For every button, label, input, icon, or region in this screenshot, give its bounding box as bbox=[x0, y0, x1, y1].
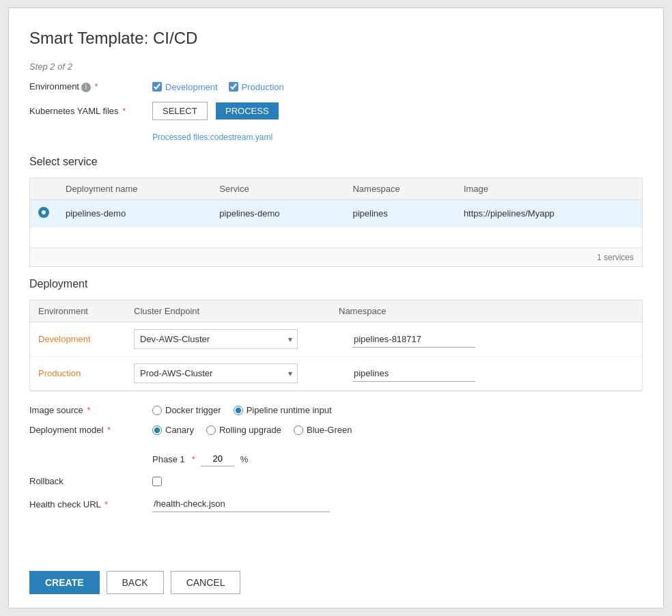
health-check-label: Health check URL * bbox=[29, 499, 152, 509]
kubernetes-row: Kubernetes YAML files * SELECT PROCESS bbox=[29, 102, 643, 120]
kubernetes-label: Kubernetes YAML files * bbox=[29, 106, 152, 116]
kubernetes-buttons: SELECT PROCESS bbox=[152, 102, 279, 120]
radio-canary[interactable]: Canary bbox=[152, 425, 194, 435]
col-header-deployment bbox=[30, 178, 57, 200]
phase-row: Phase 1 * % bbox=[152, 451, 643, 466]
checkbox-development-input[interactable] bbox=[152, 82, 162, 92]
deployment-model-radio-group: Canary Rolling upgrade Blue-Green bbox=[152, 425, 352, 435]
health-check-row: Health check URL * bbox=[29, 496, 643, 512]
cluster-select-prod[interactable]: Prod-AWS-Cluster bbox=[134, 363, 298, 383]
dep-env-production: Production bbox=[30, 356, 126, 391]
dep-row-production: Production Prod-AWS-Cluster bbox=[30, 356, 642, 391]
dep-row-development: Development Dev-AWS-Cluster bbox=[30, 322, 642, 356]
footer-buttons: CREATE BACK CANCEL bbox=[29, 557, 643, 594]
col-header-namespace: Namespace bbox=[344, 178, 455, 200]
col-header-image: Image bbox=[456, 178, 642, 200]
image-source-radio-group: Docker trigger Pipeline runtime input bbox=[152, 405, 332, 415]
rollback-checkbox[interactable] bbox=[152, 477, 162, 486]
table-row[interactable]: pipelines-demo pipelines-demo pipelines … bbox=[30, 200, 642, 227]
deployment-table: Environment Cluster Endpoint Namespace D… bbox=[30, 300, 642, 391]
service-table-footer: 1 services bbox=[30, 248, 642, 266]
radio-docker-trigger[interactable]: Docker trigger bbox=[152, 405, 221, 415]
deployment-table-wrapper: Environment Cluster Endpoint Namespace D… bbox=[29, 300, 643, 391]
cluster-select-wrapper-dev: Dev-AWS-Cluster bbox=[134, 329, 298, 349]
radio-rolling-upgrade-input[interactable] bbox=[206, 425, 216, 435]
image-source-label: Image source * bbox=[29, 405, 152, 415]
process-button[interactable]: PROCESS bbox=[216, 102, 279, 120]
environment-info-icon[interactable]: i bbox=[81, 83, 91, 92]
phase-input[interactable] bbox=[201, 451, 235, 466]
phase-label: Phase 1 bbox=[152, 454, 185, 464]
row-radio-selected bbox=[38, 207, 49, 218]
dep-col-namespace: Namespace bbox=[331, 300, 642, 322]
cell-service: pipelines-demo bbox=[211, 200, 344, 227]
cancel-button[interactable]: CANCEL bbox=[171, 571, 241, 594]
deployment-title: Deployment bbox=[29, 278, 643, 290]
select-button[interactable]: SELECT bbox=[152, 102, 208, 120]
namespace-input-dev[interactable] bbox=[352, 331, 475, 348]
dep-namespace-production bbox=[331, 356, 642, 391]
create-button[interactable]: CREATE bbox=[29, 571, 100, 594]
deployment-model-label: Deployment model * bbox=[29, 425, 152, 435]
radio-pipeline-runtime[interactable]: Pipeline runtime input bbox=[234, 405, 332, 415]
radio-blue-green-input[interactable] bbox=[294, 425, 303, 435]
service-table-wrapper: Deployment name Service Namespace Image … bbox=[29, 178, 643, 267]
radio-pipeline-runtime-input[interactable] bbox=[234, 406, 243, 415]
service-table-header: Deployment name Service Namespace Image bbox=[30, 178, 642, 200]
dep-cluster-production: Prod-AWS-Cluster bbox=[126, 356, 331, 391]
row-radio-cell bbox=[30, 200, 57, 227]
cell-deployment-name: pipelines-demo bbox=[57, 200, 211, 227]
cluster-select-dev[interactable]: Dev-AWS-Cluster bbox=[134, 329, 298, 349]
col-header-service: Service bbox=[211, 178, 344, 200]
processed-files-text: Processed files:codestream.yaml bbox=[152, 132, 643, 142]
service-table: Deployment name Service Namespace Image … bbox=[30, 178, 642, 248]
back-button[interactable]: BACK bbox=[107, 571, 164, 594]
dep-table-header: Environment Cluster Endpoint Namespace bbox=[30, 300, 642, 322]
radio-blue-green[interactable]: Blue-Green bbox=[294, 425, 352, 435]
radio-rolling-upgrade[interactable]: Rolling upgrade bbox=[206, 425, 281, 435]
dep-env-development: Development bbox=[30, 322, 126, 356]
radio-docker-trigger-input[interactable] bbox=[152, 406, 162, 415]
radio-canary-input[interactable] bbox=[152, 425, 162, 435]
rollback-row: Rollback bbox=[29, 476, 643, 486]
checkbox-development[interactable]: Development bbox=[152, 82, 218, 92]
dep-col-cluster: Cluster Endpoint bbox=[126, 300, 331, 322]
select-service-title: Select service bbox=[29, 156, 643, 168]
image-source-row: Image source * Docker trigger Pipeline r… bbox=[29, 405, 643, 415]
table-empty-row bbox=[30, 227, 642, 248]
checkbox-production[interactable]: Production bbox=[229, 82, 284, 92]
environment-row: Environmenti * Development Production bbox=[29, 81, 643, 92]
phase-unit: % bbox=[240, 454, 249, 464]
environment-checkbox-group: Development Production bbox=[152, 82, 284, 92]
modal-container: Smart Template: CI/CD Step 2 of 2 Enviro… bbox=[8, 8, 664, 608]
environment-label: Environmenti * bbox=[29, 81, 152, 92]
health-check-input[interactable] bbox=[152, 496, 330, 512]
dep-namespace-development bbox=[331, 322, 642, 356]
rollback-label: Rollback bbox=[29, 476, 152, 486]
page-title: Smart Template: CI/CD bbox=[29, 29, 643, 48]
namespace-input-prod[interactable] bbox=[352, 365, 475, 382]
cell-image: https://pipelines/Myapp bbox=[456, 200, 642, 227]
deployment-model-row: Deployment model * Canary Rolling upgrad… bbox=[29, 425, 643, 435]
cluster-select-wrapper-prod: Prod-AWS-Cluster bbox=[134, 363, 298, 383]
dep-cluster-development: Dev-AWS-Cluster bbox=[126, 322, 331, 356]
cell-namespace: pipelines bbox=[344, 200, 455, 227]
dep-col-env: Environment bbox=[30, 300, 126, 322]
step-label: Step 2 of 2 bbox=[29, 61, 643, 72]
checkbox-production-input[interactable] bbox=[229, 82, 238, 92]
col-header-deployment-name: Deployment name bbox=[57, 178, 211, 200]
